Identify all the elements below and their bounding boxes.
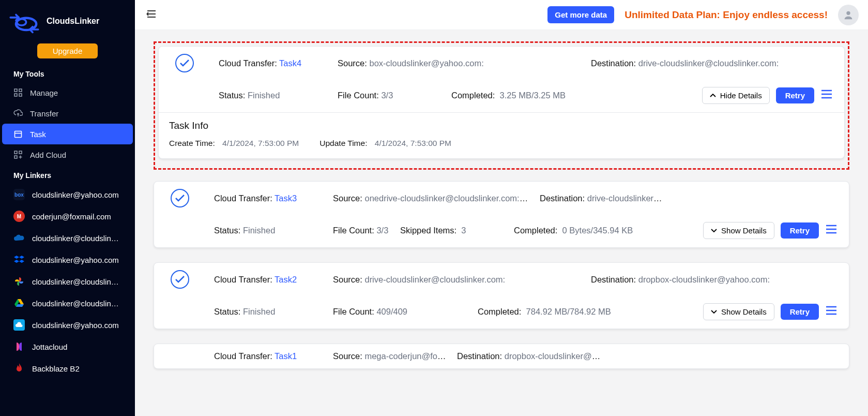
task-name[interactable]: Task2 [275,275,297,284]
checkmark-icon [171,189,189,207]
file-count-label: File Count: [333,226,376,235]
file-count-value: 3/3 [381,91,393,100]
linker-label: coderjun@foxmail.com [32,212,111,221]
completed-label: Completed: [478,307,521,316]
nav-manage[interactable]: Manage [0,82,135,103]
linker-label: cloudslinker@cloudslinker.co... [32,234,121,243]
linker-label: Jottacloud [32,343,67,351]
task-name[interactable]: Task4 [279,58,301,68]
completed-value: 784.92 MB/784.92 MB [526,307,611,316]
section-my-tools: My Tools [0,64,135,82]
status-label: Status: [214,307,243,316]
menu-icon[interactable] [825,305,839,319]
checkmark-icon [171,270,189,289]
svg-rect-6 [15,131,22,138]
create-time-value: 4/1/2024, 7:53:00 PM [222,139,299,147]
skipped-items-value: 3 [461,226,466,235]
hide-details-button[interactable]: Hide Details [702,87,770,104]
linker-item-onedrive[interactable]: cloudslinker@cloudslinker.co... [0,227,135,249]
task-name[interactable]: Task3 [275,194,297,203]
linker-label: cloudslinker@yahoo.com [32,256,119,264]
file-count-value: 3/3 [376,226,388,235]
status-label: Status: [219,91,248,100]
destination-label: Destination: [591,58,638,68]
linker-label: cloudslinker@yahoo.com [32,190,119,199]
completed-value: 3.25 MB/3.25 MB [500,91,566,100]
svg-rect-3 [19,89,22,92]
destination-value: dropbox-cloudslinker@yahoo.com: [638,275,770,284]
details-btn-label: Hide Details [720,91,762,100]
completed-value: 0 Bytes/345.94 KB [562,226,633,235]
nav-label: Transfer [30,109,58,118]
linker-item-gdrive[interactable]: cloudslinker@cloudslinker.co... [0,292,135,314]
destination-value: dropbox-cloudslinker@ya… [505,351,602,361]
source-value: drive-cloudslinker@cloudslinker.com: [364,275,505,284]
section-my-linkers: My Linkers [0,165,135,184]
show-details-button[interactable]: Show Details [703,222,774,239]
nav-task[interactable]: Task [2,124,133,144]
linker-item-mega[interactable]: M coderjun@foxmail.com [0,205,135,227]
linker-label: cloudslinker@yahoo.com [32,321,119,330]
linker-item-pcloud[interactable]: cloudslinker@yahoo.com [0,314,135,336]
collapse-sidebar-icon[interactable] [146,9,158,21]
gdrive-icon [13,298,25,309]
source-label: Source: [333,194,364,203]
linker-item-box[interactable]: box cloudslinker@yahoo.com [0,184,135,205]
linker-item-dropbox[interactable]: cloudslinker@yahoo.com [0,249,135,271]
status-value: Finished [243,226,275,235]
chevron-down-icon [711,310,717,314]
svg-rect-4 [14,94,17,96]
mega-icon: M [13,211,25,222]
svg-rect-2 [14,89,17,92]
details-btn-label: Show Details [721,307,767,316]
menu-icon[interactable] [820,89,834,102]
backblaze-icon [13,363,25,374]
source-label: Source: [338,58,369,68]
cloud-transfer-label: Cloud Transfer: [214,275,275,284]
skipped-items-label: Skipped Items: [400,226,456,235]
source-value: mega-coderjun@foxm… [364,351,447,361]
details-btn-label: Show Details [721,226,767,235]
source-label: Source: [333,275,364,284]
file-count-label: File Count: [338,91,381,100]
checkmark-icon [175,54,194,72]
cloud-upload-icon [13,109,23,118]
avatar[interactable] [838,5,859,25]
chevron-up-icon [710,94,716,98]
destination-label: Destination: [540,194,587,203]
upgrade-button[interactable]: Upgrade [37,43,98,58]
status-value: Finished [243,307,275,316]
menu-icon[interactable] [825,224,839,237]
nav-label: Add Cloud [30,151,66,159]
completed-label: Completed: [514,226,557,235]
nav-add-cloud[interactable]: Add Cloud [0,144,135,165]
content-area: Cloud Transfer: Task4 Source: box-clouds… [135,30,868,416]
linker-item-gphotos[interactable]: cloudslinker@cloudslinker.co... [0,271,135,292]
nav-transfer[interactable]: Transfer [0,103,135,124]
brand-logo-icon [7,8,41,34]
destination-value: drive-cloudslinker@cloudslinker.com: [638,58,779,68]
svg-rect-8 [14,156,17,158]
retry-button[interactable]: Retry [781,222,819,239]
retry-button[interactable]: Retry [781,304,819,320]
svg-rect-7 [14,151,17,154]
task-name[interactable]: Task1 [275,351,297,361]
unlimited-banner: Unlimited Data Plan: Enjoy endless acces… [625,9,828,21]
linker-item-backblaze[interactable]: Backblaze B2 [0,358,135,379]
grid-icon [13,88,23,97]
update-time-value: 4/1/2024, 7:53:00 PM [375,139,451,147]
brand-name: CloudsLinker [47,17,99,26]
get-more-data-button[interactable]: Get more data [547,6,614,23]
pcloud-icon [13,319,25,331]
topbar: Get more data Unlimited Data Plan: Enjoy… [135,0,868,30]
retry-button[interactable]: Retry [776,87,814,103]
linker-label: Backblaze B2 [32,364,80,373]
brand: CloudsLinker [0,0,135,41]
calendar-icon [13,129,23,139]
file-count-value: 409/409 [376,307,407,316]
svg-rect-5 [19,94,22,96]
show-details-button[interactable]: Show Details [703,303,774,320]
linker-item-jotta[interactable]: Jottacloud [0,336,135,358]
onedrive-icon [13,232,25,244]
source-label: Source: [333,351,364,361]
